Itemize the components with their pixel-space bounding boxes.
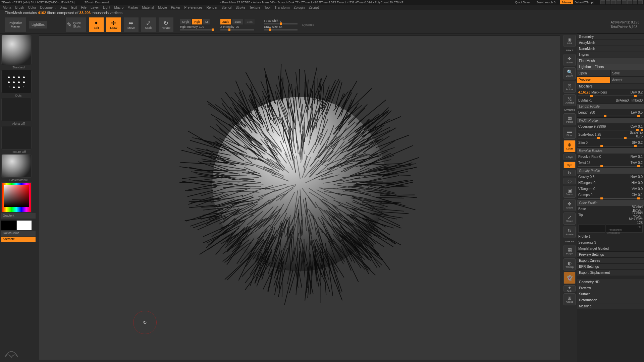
spix-label[interactable]: SPix 3	[565, 48, 574, 53]
menu-document[interactable]: Document	[40, 6, 56, 9]
texture-options[interactable]: Fib Transparent Antialiased	[606, 225, 643, 233]
masking-section[interactable]: Masking	[577, 303, 644, 309]
move-button[interactable]: ✥Move	[564, 199, 576, 211]
window-icon[interactable]	[616, 0, 621, 4]
menu-zplugin[interactable]: Zplugin	[294, 6, 305, 9]
z-intensity-slider[interactable]	[220, 29, 254, 31]
menu-stroke[interactable]: Stroke	[235, 6, 245, 9]
export-displacement[interactable]: Export Displacement	[577, 269, 644, 276]
mrgb-button[interactable]: Mrgb	[180, 19, 191, 24]
menu-light[interactable]: Light	[103, 6, 110, 9]
window-icon[interactable]	[622, 0, 627, 4]
layers-section[interactable]: Layers	[577, 52, 644, 58]
bpr-button[interactable]: ◉BPR	[564, 35, 576, 47]
lightbox-fibers[interactable]: Lightbox › Fibers	[577, 64, 644, 70]
pf-icon2[interactable]: ◌	[564, 178, 576, 184]
scale-button[interactable]: ⤢Scale	[564, 213, 576, 225]
focal-shift-slider[interactable]	[264, 23, 298, 24]
window-icon[interactable]	[611, 0, 616, 4]
menu-material[interactable]: Material	[142, 6, 154, 9]
export-curves[interactable]: Export Curves	[577, 257, 644, 263]
floor-button[interactable]: ▬Floor	[564, 127, 576, 139]
surface-section[interactable]: Surface	[577, 291, 644, 297]
window-icon[interactable]	[606, 0, 610, 4]
material-selector[interactable]	[1, 154, 32, 178]
menu-alpha[interactable]: Alpha	[3, 6, 11, 9]
draw-size-slider[interactable]	[264, 29, 298, 31]
move-mode-button[interactable]: ⬌Move	[124, 17, 139, 32]
geometry-hd-section[interactable]: Geometry HD	[577, 279, 644, 285]
menu-render[interactable]: Render	[207, 6, 218, 9]
color-picker[interactable]	[1, 182, 32, 213]
rgb-intensity-slider[interactable]	[180, 29, 214, 31]
quick-sketch-button[interactable]: ✎Quick Sketch	[66, 17, 86, 32]
quicksave-button[interactable]: QuickSave	[515, 1, 530, 4]
transp-button[interactable]: ◐Transp	[564, 258, 576, 270]
viewport-canvas[interactable]	[39, 36, 560, 360]
texture-selector[interactable]	[1, 126, 32, 149]
persp-button[interactable]: ▦Persp	[564, 113, 576, 125]
menu-movie[interactable]: Movie	[158, 6, 167, 9]
draw-mode-button[interactable]: ✛Draw	[106, 17, 121, 32]
menu-zscript[interactable]: Zscript	[309, 6, 319, 9]
aahalf-button[interactable]: ½AAHalf	[564, 94, 576, 106]
secondary-color[interactable]	[1, 221, 16, 230]
menu-marker[interactable]: Marker	[127, 6, 138, 9]
menu-color[interactable]: Color	[28, 6, 36, 9]
pf-icon[interactable]: ↻	[564, 170, 576, 176]
scale-mode-button[interactable]: ⤢Scale	[141, 17, 156, 32]
menu-transform[interactable]: Transform	[274, 6, 289, 9]
seethrough-slider[interactable]: See-through 0	[536, 1, 555, 4]
lightbox-button[interactable]: LightBox	[29, 21, 47, 28]
local-button[interactable]: ⊕Local	[564, 140, 576, 152]
m-button[interactable]: M	[203, 19, 210, 24]
rotate-mode-button[interactable]: ↻Rotate	[159, 17, 173, 32]
open-button[interactable]: Open	[577, 70, 610, 76]
dynamic-toggle[interactable]: Dynamic	[302, 23, 314, 26]
menu-stencil[interactable]: Stencil	[221, 6, 231, 9]
menu-texture[interactable]: Texture	[249, 6, 260, 9]
default-zscript[interactable]: DefaultZScript	[575, 1, 594, 4]
menu-preferences[interactable]: Preferences	[184, 6, 203, 9]
zoom-button[interactable]: 🔍Zoom	[564, 67, 576, 79]
menu-file[interactable]: File	[81, 6, 87, 9]
accept-button[interactable]: Accept	[610, 76, 644, 83]
modifiers-header[interactable]: Modifiers	[577, 83, 644, 89]
arraymesh-section[interactable]: ArrayMesh	[577, 40, 644, 46]
ghost-button[interactable]: 👻	[564, 272, 576, 284]
xpose-button[interactable]: ⊞Xpose	[564, 293, 576, 305]
preview-settings[interactable]: Preview Settings	[577, 251, 644, 257]
polyf-button[interactable]: ▦PolyF	[564, 245, 576, 257]
menu-layer[interactable]: Layer	[91, 6, 99, 9]
stroke-selector[interactable]	[1, 70, 32, 93]
menu-brush[interactable]: Brush	[15, 6, 24, 9]
frame-button[interactable]: ▣Frame	[564, 186, 576, 198]
menu-macro[interactable]: Macro	[114, 6, 124, 9]
switch-color-button[interactable]: SwitchColor	[1, 231, 36, 236]
maximize-icon[interactable]	[633, 0, 637, 4]
deformation-section[interactable]: Deformation	[577, 297, 644, 303]
xyz-button[interactable]: Xyz	[564, 162, 576, 168]
menu-picker[interactable]: Picker	[171, 6, 180, 9]
zcut-button[interactable]: Zcut	[245, 19, 255, 24]
edit-mode-button[interactable]: ✦Edit	[89, 17, 104, 32]
nanomesh-section[interactable]: NanoMesh	[577, 46, 644, 52]
solo-button[interactable]: ●Solo	[564, 285, 576, 292]
save-button[interactable]: Save	[610, 70, 644, 76]
menu-edit[interactable]: Edit	[71, 6, 77, 9]
preview-button[interactable]: Preview	[577, 76, 610, 83]
rgb-button[interactable]: Rgb	[192, 19, 202, 24]
zsub-button[interactable]: Zsub	[232, 19, 243, 24]
base-color-chip[interactable]	[578, 225, 605, 233]
minimize-icon[interactable]	[627, 0, 632, 4]
window-icon[interactable]	[600, 0, 605, 4]
menu-draw[interactable]: Draw	[59, 6, 67, 9]
close-icon[interactable]	[638, 0, 643, 4]
projection-master-button[interactable]: Projection Master	[5, 17, 26, 32]
actual-button[interactable]: ⊡Actual	[564, 81, 576, 93]
menu-tool[interactable]: Tool	[264, 6, 270, 9]
fibermesh-section[interactable]: FiberMesh	[577, 58, 644, 64]
brush-selector[interactable]	[1, 35, 32, 65]
alpha-selector[interactable]	[1, 98, 32, 121]
preview-section[interactable]: Preview	[577, 285, 644, 291]
